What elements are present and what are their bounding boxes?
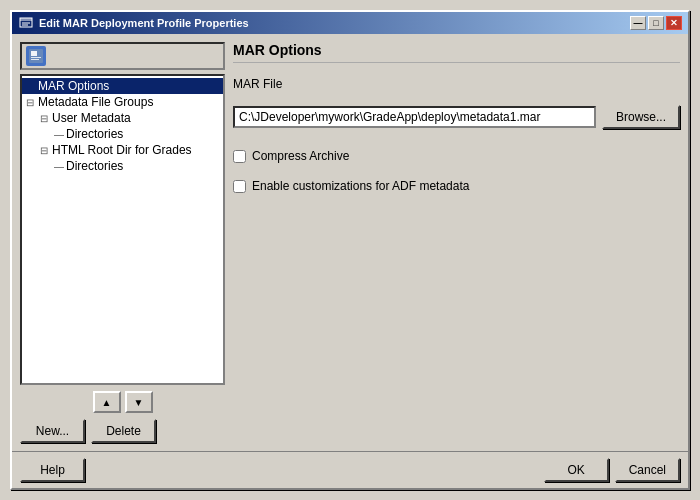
tree-item-directories-2[interactable]: — Directories: [22, 158, 223, 174]
section-title: MAR Options: [233, 42, 680, 63]
tree-container: MAR Options ⊟ Metadata File Groups ⊟ Use…: [20, 74, 225, 385]
tree-item-mar-options[interactable]: MAR Options: [22, 78, 223, 94]
expand-icon: ⊟: [40, 113, 50, 124]
tree-item-metadata-file-groups[interactable]: ⊟ Metadata File Groups: [22, 94, 223, 110]
tree-label: Directories: [66, 159, 123, 173]
delete-button[interactable]: Delete: [91, 419, 156, 443]
enable-customizations-checkbox[interactable]: [233, 180, 246, 193]
file-input[interactable]: [233, 106, 596, 128]
footer-bar: Help OK Cancel: [12, 451, 688, 488]
tree-icon-bar: [20, 42, 225, 70]
svg-rect-1: [20, 18, 32, 21]
maximize-button[interactable]: □: [648, 16, 664, 30]
window-content: MAR Options ⊟ Metadata File Groups ⊟ Use…: [12, 34, 688, 451]
bottom-buttons: New... Delete: [20, 417, 225, 443]
expand-icon: ⊟: [26, 97, 36, 108]
expand-icon: ⊟: [40, 145, 50, 156]
main-area: MAR Options ⊟ Metadata File Groups ⊟ Use…: [20, 42, 680, 443]
tree-toolbar-icon: [26, 46, 46, 66]
browse-button[interactable]: Browse...: [602, 105, 680, 129]
minimize-button[interactable]: —: [630, 16, 646, 30]
ok-button[interactable]: OK: [544, 458, 609, 482]
enable-customizations-row: Enable customizations for ADF metadata: [233, 179, 680, 193]
svg-rect-5: [31, 51, 37, 56]
move-up-button[interactable]: ▲: [93, 391, 121, 413]
main-window: Edit MAR Deployment Profile Properties —…: [10, 10, 690, 490]
close-button[interactable]: ✕: [666, 16, 682, 30]
title-buttons: — □ ✕: [630, 16, 682, 30]
expand-icon: —: [54, 161, 64, 172]
window-title: Edit MAR Deployment Profile Properties: [39, 17, 249, 29]
compress-archive-label: Compress Archive: [252, 149, 349, 163]
title-bar: Edit MAR Deployment Profile Properties —…: [12, 12, 688, 34]
title-bar-left: Edit MAR Deployment Profile Properties: [18, 15, 249, 31]
file-label: MAR File: [233, 77, 680, 91]
window-icon: [18, 15, 34, 31]
tree-item-directories-1[interactable]: — Directories: [22, 126, 223, 142]
move-down-button[interactable]: ▼: [125, 391, 153, 413]
tree-label: Directories: [66, 127, 123, 141]
left-panel: MAR Options ⊟ Metadata File Groups ⊟ Use…: [20, 42, 225, 443]
tree-label: User Metadata: [52, 111, 131, 125]
tree-label: MAR Options: [38, 79, 109, 93]
compress-archive-checkbox[interactable]: [233, 150, 246, 163]
down-arrow-icon: ▼: [134, 397, 144, 408]
svg-rect-6: [31, 57, 41, 58]
footer-right: OK Cancel: [544, 458, 680, 482]
tree-label: HTML Root Dir for Grades: [52, 143, 192, 157]
arrow-buttons: ▲ ▼: [20, 391, 225, 413]
tree-label: Metadata File Groups: [38, 95, 153, 109]
file-input-row: Browse...: [233, 105, 680, 129]
tree-item-user-metadata[interactable]: ⊟ User Metadata: [22, 110, 223, 126]
expand-icon: [26, 81, 36, 92]
tree-item-html-root[interactable]: ⊟ HTML Root Dir for Grades: [22, 142, 223, 158]
help-button[interactable]: Help: [20, 458, 85, 482]
cancel-button[interactable]: Cancel: [615, 458, 680, 482]
right-panel: MAR Options MAR File Browse... Compress …: [233, 42, 680, 443]
expand-icon: —: [54, 129, 64, 140]
new-button[interactable]: New...: [20, 419, 85, 443]
svg-rect-7: [31, 59, 39, 60]
compress-archive-row: Compress Archive: [233, 149, 680, 163]
enable-customizations-label: Enable customizations for ADF metadata: [252, 179, 469, 193]
up-arrow-icon: ▲: [102, 397, 112, 408]
